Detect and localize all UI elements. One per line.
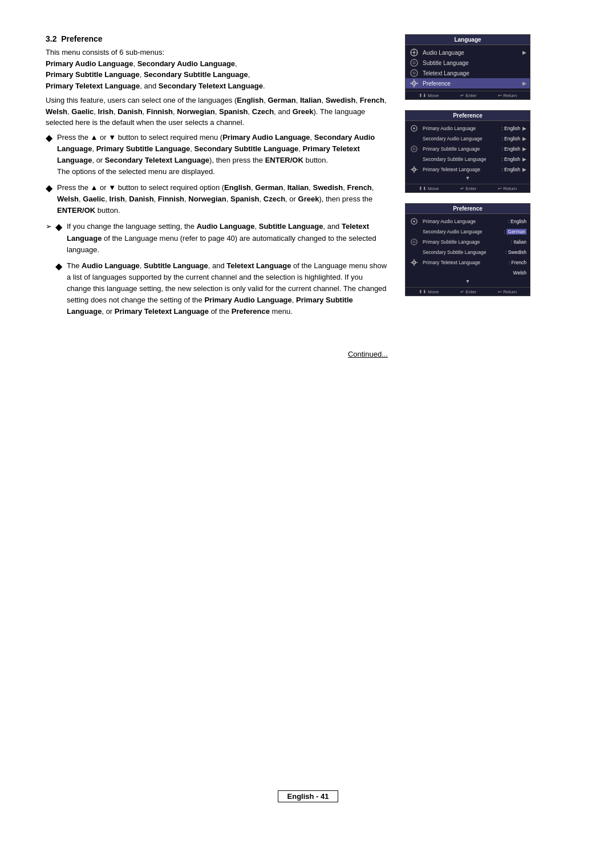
diamond-icon-3: ◆: [55, 220, 62, 235]
footer-enter-1: ↵ Enter: [460, 93, 476, 98]
panel1-body: Audio Language ▶ Subtitle Language: [406, 45, 530, 91]
footer-return-1: ↩ Return: [498, 93, 517, 98]
panel3-sep4: :: [504, 249, 508, 255]
svg-point-7: [413, 62, 415, 64]
bullet-text-2: Press the ▲ or ▼ button to select requir…: [57, 182, 388, 216]
secondary-audio: Secondary Audio Language: [137, 59, 235, 68]
panel2-footer: ⬆⬇ Move ↵ Enter ↩ Return: [406, 184, 530, 192]
section-heading: 3.2 Preference: [46, 34, 388, 43]
svg-point-21: [414, 169, 415, 170]
panel3-french-val: French: [512, 260, 526, 265]
blank-icon-3: [409, 228, 419, 236]
panel2-secondary-subtitle-label: Secondary Subtitle Language: [423, 156, 500, 162]
panel2-primary-subtitle-val: English: [504, 146, 520, 152]
panel1-row-audio: Audio Language ▶: [406, 47, 530, 58]
content-area: 3.2 Preference This menu consists of 6 s…: [46, 34, 570, 773]
arrow-note-row: ➢ ◆ If you change the language setting, …: [46, 221, 388, 322]
panel2-secondary-subtitle-sep: :: [500, 156, 504, 162]
panel3-sep1: :: [506, 219, 510, 224]
panel3-secondary-subtitle-label: Secondary Subtitle Language: [423, 249, 504, 255]
panel3-body: Primary Audio Language : English Seconda…: [406, 214, 530, 287]
arrow-note-content: ◆ If you change the language setting, th…: [55, 221, 388, 322]
footer-enter-3: ↵ Enter: [460, 289, 476, 294]
panel1-subtitle-label: Subtitle Language: [423, 60, 526, 66]
panel2-secondary-audio-val: English: [504, 136, 520, 142]
svg-point-1: [413, 51, 415, 54]
page-container: 3.2 Preference This menu consists of 6 s…: [0, 0, 616, 848]
diamond-icon-4: ◆: [55, 260, 62, 274]
satellite-icon-1: [409, 49, 419, 56]
page-number-box: English - 41: [278, 790, 339, 802]
panel1-row-subtitle: Subtitle Language: [406, 58, 530, 68]
panel3-footer: ⬆⬇ Move ↵ Enter ↩ Return: [406, 287, 530, 296]
last-bullet-text: The Audio Language, Subtitle Language, a…: [67, 260, 388, 318]
panel2-row-4: Secondary Subtitle Language : English ▶: [406, 154, 530, 164]
svg-point-8: [411, 70, 418, 76]
svg-point-17: [413, 127, 415, 129]
panel3-german-val: German: [506, 229, 526, 235]
panel2-secondary-subtitle-arrow: ▶: [522, 156, 526, 162]
panel3-english-val: English: [510, 219, 526, 224]
panel1-row-preference: Preference ▶: [406, 78, 530, 88]
panel2-primary-subtitle-arrow: ▶: [522, 146, 526, 152]
panel2-row-5: Primary Teletext Language : English ▶: [406, 164, 530, 175]
panel3-title: Preference: [406, 204, 530, 214]
section-intro: This menu consists of 6 sub-menus: Prima…: [46, 47, 388, 91]
panel3-swedish-val: Swedish: [508, 249, 526, 255]
secondary-teletext: Secondary Teletext Language: [159, 82, 263, 90]
panel1-teletext-label: Teletext Language: [423, 70, 526, 76]
page-number-label: English - 41: [287, 792, 329, 801]
panel3-row-1: Primary Audio Language : English: [406, 216, 530, 227]
svg-point-31: [414, 262, 415, 263]
panel1-preference-arrow: ▶: [522, 80, 526, 86]
footer-return-2: ↩ Return: [498, 186, 517, 191]
primary-subtitle: Primary Subtitle Language: [46, 70, 140, 79]
disc-icon-4: [409, 238, 419, 246]
continued-text: Continued...: [46, 327, 388, 358]
panel3-primary-audio-label: Primary Audio Language: [423, 219, 506, 224]
panel3-down-arrow: ▼: [406, 278, 530, 285]
panel2-primary-teletext-label: Primary Teletext Language: [423, 167, 500, 172]
disc-icon-2: [409, 69, 419, 77]
blank-icon-4: [409, 248, 419, 256]
page-footer: English - 41: [46, 790, 570, 802]
svg-point-11: [414, 83, 415, 84]
panel2-primary-audio-sep: :: [500, 126, 504, 131]
svg-point-6: [411, 59, 418, 66]
bullet-text-1: Press the ▲ or ▼ button to select requir…: [57, 132, 388, 178]
blank-icon-2: [409, 155, 419, 163]
panel3-row-3: Primary Subtitle Language : Italian: [406, 237, 530, 247]
panel2-primary-teletext-arrow: ▶: [522, 167, 526, 172]
gear-icon-1: [409, 79, 419, 87]
bullet-item-2: ◆ Press the ▲ or ▼ button to select requ…: [46, 182, 388, 216]
panel3-secondary-audio-label: Secondary Audio Language: [423, 229, 502, 235]
svg-point-28: [411, 239, 417, 245]
tv-panel-preference1: Preference Primary Audio Language : Engl…: [405, 110, 530, 193]
panel2-secondary-audio-label: Secondary Audio Language: [423, 136, 500, 142]
svg-point-9: [413, 72, 415, 74]
blank-icon-1: [409, 135, 419, 143]
description-text: Using this feature, users can select one…: [46, 95, 388, 128]
panel3-row-6: Welsh: [406, 268, 530, 278]
panel3-sep5: :: [507, 260, 511, 265]
svg-point-29: [413, 241, 415, 243]
primary-teletext: Primary Teletext Language: [46, 82, 140, 90]
panel2-secondary-audio-arrow: ▶: [522, 136, 526, 142]
diamond-icon-1: ◆: [46, 131, 52, 146]
panel3-row-5: Primary Teletext Language : French: [406, 257, 530, 268]
panel3-sep3: :: [509, 239, 513, 245]
panel1-title: Language: [406, 35, 530, 45]
arrow-note-text: If you change the language setting, the …: [67, 221, 388, 255]
nested-bullet-2: ◆ The Audio Language, Subtitle Language,…: [55, 260, 388, 318]
footer-enter-2: ↵ Enter: [460, 186, 476, 191]
panel2-primary-audio-val: English: [504, 126, 520, 131]
panel3-row-4: Secondary Subtitle Language : Swedish: [406, 247, 530, 257]
svg-point-27: [413, 220, 415, 222]
panel1-audio-label: Audio Language: [423, 50, 520, 56]
panel2-primary-teletext-sep: :: [500, 167, 504, 172]
panel2-row-3: Primary Subtitle Language : English ▶: [406, 144, 530, 154]
panel3-primary-teletext-label: Primary Teletext Language: [423, 260, 507, 265]
section-number: 3.2: [46, 34, 56, 43]
right-column: Language: [405, 34, 536, 773]
satellite-icon-2: [409, 124, 419, 132]
